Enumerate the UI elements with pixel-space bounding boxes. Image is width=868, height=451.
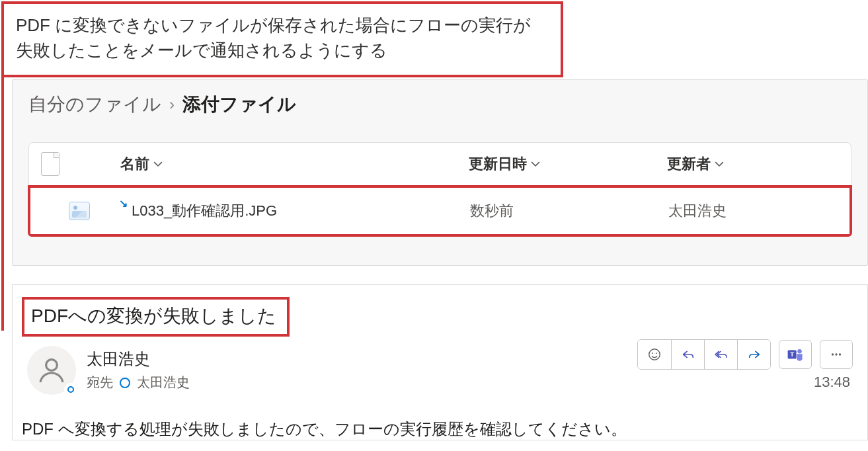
svg-point-2 — [652, 352, 653, 354]
image-file-icon — [69, 202, 90, 220]
svg-point-0 — [46, 360, 58, 371]
chevron-down-icon — [715, 159, 724, 169]
svg-text:T: T — [790, 350, 794, 358]
svg-point-9 — [839, 353, 841, 355]
column-modified-by-label: 更新者 — [667, 154, 711, 174]
email-actions: T — [637, 339, 853, 370]
column-modified-by[interactable]: 更新者 — [667, 154, 839, 174]
person-icon — [36, 354, 67, 386]
table-row[interactable]: ↘ L033_動作確認用.JPG 数秒前 太田浩史 — [30, 188, 849, 234]
email-header: 太田浩史 宛先 太田浩史 — [13, 337, 867, 395]
to-name[interactable]: 太田浩史 — [137, 374, 190, 391]
callout-description: PDF に変換できないファイルが保存された場合にフローの実行が失敗したことをメー… — [1, 1, 563, 77]
file-type-cell — [40, 202, 119, 220]
more-horizontal-icon — [829, 347, 844, 362]
from-name[interactable]: 太田浩史 — [87, 348, 190, 370]
email-subject-text: PDFへの変換が失敗しました — [31, 306, 276, 326]
file-list: 名前 更新日時 更新者 — [28, 142, 851, 236]
svg-point-1 — [649, 349, 660, 360]
column-name[interactable]: 名前 — [120, 154, 469, 174]
callout-connector — [1, 66, 4, 331]
canvas: PDF に変換できないファイルが保存された場合にフローの実行が失敗したことをメー… — [0, 0, 868, 451]
breadcrumb-separator: › — [169, 95, 175, 114]
email-time: 13:48 — [814, 374, 850, 391]
email-body: PDF へ変換する処理が失敗しましたので、フローの実行履歴を確認してください。 — [13, 395, 867, 440]
smile-icon — [647, 347, 662, 362]
column-name-label: 名前 — [120, 154, 149, 174]
file-row-highlight: ↘ L033_動作確認用.JPG 数秒前 太田浩史 — [28, 185, 852, 237]
more-actions-button[interactable] — [820, 340, 853, 369]
reply-button[interactable] — [671, 340, 704, 369]
avatar[interactable] — [27, 346, 76, 395]
file-name[interactable]: L033_動作確認用.JPG — [132, 201, 277, 221]
teams-icon: T — [787, 346, 804, 363]
reply-all-icon — [714, 347, 729, 362]
reply-icon — [681, 347, 695, 362]
reaction-reply-group — [637, 339, 771, 370]
reply-all-button[interactable] — [704, 340, 737, 369]
svg-point-3 — [656, 352, 657, 354]
from-block: 太田浩史 宛先 太田浩史 — [87, 348, 190, 391]
file-name-cell: ↘ L033_動作確認用.JPG — [119, 201, 470, 221]
column-modified-label: 更新日時 — [469, 154, 527, 174]
file-panel: 自分のファイル › 添付ファイル 名前 更新日時 — [12, 79, 868, 266]
file-modified: 数秒前 — [470, 201, 668, 221]
file-generic-icon — [41, 152, 59, 176]
teams-button[interactable]: T — [779, 340, 812, 369]
file-list-header: 名前 更新日時 更新者 — [29, 143, 851, 185]
svg-point-6 — [797, 349, 802, 354]
svg-point-7 — [832, 353, 834, 355]
forward-icon — [747, 347, 762, 362]
new-indicator-icon: ↘ — [119, 197, 128, 210]
chevron-down-icon — [153, 159, 163, 169]
column-icon — [41, 152, 120, 176]
breadcrumb-root[interactable]: 自分のファイル — [28, 92, 161, 117]
email-panel: PDFへの変換が失敗しました 太田浩史 宛先 太田浩史 — [12, 284, 868, 440]
presence-mini-icon — [120, 378, 130, 388]
breadcrumb: 自分のファイル › 添付ファイル — [13, 80, 867, 122]
email-subject: PDFへの変換が失敗しました — [22, 297, 290, 337]
react-button[interactable] — [638, 340, 671, 369]
presence-indicator — [64, 383, 77, 396]
callout-text: PDF に変換できないファイルが保存された場合にフローの実行が失敗したことをメー… — [16, 15, 531, 60]
chevron-down-icon — [531, 159, 540, 169]
email-body-text: PDF へ変換する処理が失敗しましたので、フローの実行履歴を確認してください。 — [22, 420, 627, 438]
forward-button[interactable] — [737, 340, 770, 369]
file-modified-by: 太田浩史 — [668, 201, 840, 221]
to-label: 宛先 — [87, 374, 113, 391]
breadcrumb-current: 添付ファイル — [182, 92, 296, 117]
to-line: 宛先 太田浩史 — [87, 374, 190, 391]
svg-point-8 — [835, 353, 837, 355]
column-modified[interactable]: 更新日時 — [469, 154, 667, 174]
